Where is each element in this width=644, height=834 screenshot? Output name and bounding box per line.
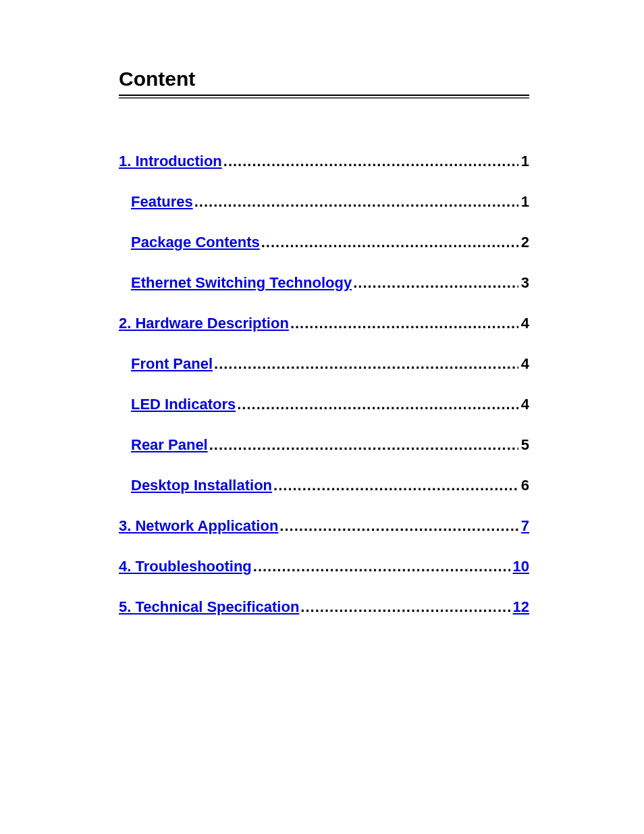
toc-entry: Desktop Installation....................… bbox=[119, 477, 529, 494]
toc-leader-dots: ........................................… bbox=[252, 558, 510, 575]
toc-leader-dots: ........................................… bbox=[278, 517, 518, 535]
toc-link[interactable]: Front Panel bbox=[131, 355, 213, 373]
toc-page-number[interactable]: 10 bbox=[510, 558, 529, 575]
toc-leader-dots: ........................................… bbox=[299, 598, 510, 616]
toc-entry: 3. Network Application..................… bbox=[119, 517, 529, 535]
toc-page-number: 1 bbox=[518, 193, 529, 211]
toc-entry: LED Indicators..........................… bbox=[119, 396, 529, 413]
toc-entry: Ethernet Switching Technology...........… bbox=[119, 274, 529, 292]
toc-page-number: 4 bbox=[518, 315, 529, 332]
toc-page-number: 4 bbox=[518, 396, 529, 413]
toc-link[interactable]: Package Contents bbox=[131, 234, 260, 251]
toc-page-number: 2 bbox=[518, 234, 529, 251]
toc-page-number[interactable]: 12 bbox=[510, 598, 529, 616]
toc-link[interactable]: 2. Hardware Description bbox=[119, 315, 289, 332]
toc-link[interactable]: Rear Panel bbox=[131, 436, 208, 454]
toc-leader-dots: ........................................… bbox=[352, 274, 518, 292]
toc-link[interactable]: LED Indicators bbox=[131, 396, 236, 413]
page-title: Content bbox=[119, 68, 529, 96]
toc-page-number[interactable]: 7 bbox=[518, 517, 529, 535]
toc-leader-dots: ........................................… bbox=[208, 436, 518, 454]
toc-entry: Package Contents........................… bbox=[119, 234, 529, 251]
toc-leader-dots: ........................................… bbox=[289, 315, 518, 332]
toc-entry: Features................................… bbox=[119, 193, 529, 211]
table-of-contents: 1. Introduction.........................… bbox=[119, 153, 529, 616]
toc-entry: Rear Panel..............................… bbox=[119, 436, 529, 454]
toc-entry: 2. Hardware Description.................… bbox=[119, 315, 529, 332]
toc-leader-dots: ........................................… bbox=[236, 396, 518, 413]
toc-entry: 1. Introduction.........................… bbox=[119, 153, 529, 170]
toc-leader-dots: ........................................… bbox=[260, 234, 518, 251]
toc-leader-dots: ........................................… bbox=[213, 355, 518, 373]
toc-leader-dots: ........................................… bbox=[193, 193, 518, 211]
toc-link[interactable]: Desktop Installation bbox=[131, 477, 272, 494]
toc-link[interactable]: Ethernet Switching Technology bbox=[131, 274, 352, 292]
toc-page-number: 3 bbox=[518, 274, 529, 292]
toc-leader-dots: ........................................… bbox=[222, 153, 518, 170]
title-section: Content bbox=[119, 68, 529, 99]
toc-link[interactable]: 4. Troubleshooting bbox=[119, 558, 252, 575]
toc-link[interactable]: 5. Technical Specification bbox=[119, 598, 299, 616]
title-double-rule bbox=[119, 97, 529, 99]
toc-leader-dots: ........................................… bbox=[272, 477, 518, 494]
toc-entry: Front Panel.............................… bbox=[119, 355, 529, 373]
toc-link[interactable]: Features bbox=[131, 193, 193, 211]
toc-page-number: 5 bbox=[518, 436, 529, 454]
toc-link[interactable]: 3. Network Application bbox=[119, 517, 278, 535]
toc-link[interactable]: 1. Introduction bbox=[119, 153, 222, 170]
toc-page-number: 1 bbox=[518, 153, 529, 170]
toc-entry: 4. Troubleshooting......................… bbox=[119, 558, 529, 575]
toc-page-number: 4 bbox=[518, 355, 529, 373]
toc-page-number: 6 bbox=[518, 477, 529, 494]
toc-entry: 5. Technical Specification..............… bbox=[119, 598, 529, 616]
